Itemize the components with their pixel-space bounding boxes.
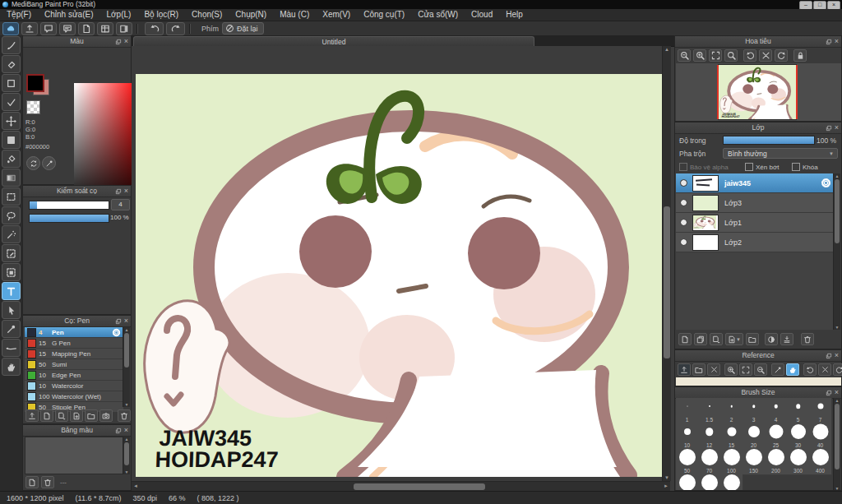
canvas-viewport[interactable]: [132, 46, 670, 481]
snap-tool[interactable]: [2, 93, 21, 111]
layer-visibility-icon[interactable]: [680, 219, 687, 226]
layer-row-lop1[interactable]: Lớp1: [676, 213, 835, 233]
merge-layer-button[interactable]: [780, 333, 793, 345]
operation-tool[interactable]: [2, 301, 21, 319]
select-eraser-tool[interactable]: [2, 263, 21, 281]
brush-row-mapping-pen[interactable]: 15Mapping Pen: [25, 349, 123, 359]
brush-size-option[interactable]: 400: [809, 449, 832, 475]
ref-cloud-open-button[interactable]: [678, 363, 691, 376]
layer-row-lop2[interactable]: Lớp2: [676, 233, 835, 252]
brush-row-sumi[interactable]: 50Sumi: [25, 359, 123, 370]
ref-reset-button[interactable]: [818, 363, 831, 376]
brush-size-option[interactable]: 40: [809, 423, 832, 450]
brush-row-pen[interactable]: 4Pen: [25, 327, 123, 338]
brush-row-watercolor-wet[interactable]: 100Watercolor (Wet): [25, 391, 123, 402]
menu-tools[interactable]: Công cụ(T): [357, 9, 411, 21]
cloud-sync-button[interactable]: [2, 22, 19, 35]
popout-icon[interactable]: [115, 188, 122, 195]
navigator-preview-area[interactable]: [676, 63, 841, 121]
layer-opacity-slider[interactable]: [723, 136, 815, 145]
layer-settings-gear-icon[interactable]: [821, 178, 831, 188]
canvas-vscrollbar[interactable]: ▲ ▼: [662, 46, 671, 481]
popout-icon[interactable]: [115, 428, 122, 434]
workspace-layout-button[interactable]: [97, 22, 113, 35]
popout-icon[interactable]: [826, 39, 832, 45]
ref-zoom-out-button[interactable]: [754, 363, 767, 376]
new-document-button[interactable]: [78, 22, 95, 35]
menu-capture[interactable]: Chụp(N): [229, 9, 273, 21]
shape-tool[interactable]: [2, 74, 21, 92]
magic-wand-tool[interactable]: [2, 225, 21, 243]
brush-size-option[interactable]: 4: [765, 398, 788, 424]
ref-zoom-in-button[interactable]: [724, 363, 738, 376]
brush-camera-button[interactable]: [99, 409, 113, 422]
brush-size-option[interactable]: 5: [787, 398, 810, 424]
layer-row-jaiw345[interactable]: jaiw345: [676, 173, 835, 193]
menu-help[interactable]: Help: [499, 9, 530, 21]
nav-rotate-right-button[interactable]: [775, 49, 788, 62]
eraser-tool[interactable]: [2, 55, 21, 73]
brush-cloud-upload-button[interactable]: [25, 409, 39, 422]
navigator-thumbnail[interactable]: [719, 65, 796, 119]
nav-zoom-in-button[interactable]: [693, 49, 706, 62]
brush-row-watercolor[interactable]: 10Watercolor: [25, 381, 123, 391]
add-layer-menu-button[interactable]: [710, 333, 723, 345]
brush-size-option[interactable]: 50: [676, 449, 699, 475]
layer-list-scrollbar[interactable]: ▲▼: [833, 173, 840, 330]
menu-window[interactable]: Cửa sổ(W): [411, 9, 465, 21]
brush-size-option[interactable]: 10: [676, 423, 699, 450]
brush-row-gpen[interactable]: 15G Pen: [25, 338, 123, 349]
close-panel-icon[interactable]: ×: [124, 427, 128, 434]
publish-button[interactable]: [21, 22, 38, 35]
close-panel-icon[interactable]: ×: [835, 352, 839, 359]
brush-size-option[interactable]: 30: [787, 423, 810, 450]
color-wheel-button[interactable]: [26, 156, 40, 170]
ref-open-file-button[interactable]: [692, 363, 706, 376]
comment-button[interactable]: [40, 22, 57, 35]
select-pen-tool[interactable]: [2, 244, 21, 262]
alpha-lock-checkbox[interactable]: Bảo vệ alpha: [679, 163, 729, 171]
menu-color[interactable]: Màu (C): [273, 9, 316, 21]
layer-transfer-button[interactable]: ▼: [725, 333, 743, 345]
layer-mask-button[interactable]: [765, 333, 778, 345]
brush-folder-button[interactable]: [85, 409, 98, 422]
brush-size-option[interactable]: 3: [743, 398, 766, 424]
layer-blend-select[interactable]: Bình thường ▼: [723, 148, 838, 159]
divide-tool[interactable]: [2, 339, 21, 357]
edit-brush-button[interactable]: [70, 409, 83, 422]
layer-row-lop3[interactable]: Lớp3: [676, 193, 835, 213]
brush-size-option[interactable]: 200: [765, 449, 788, 475]
eyedropper-tool[interactable]: [2, 320, 21, 338]
foreground-color-swatch[interactable]: [26, 74, 44, 92]
layer-visibility-icon[interactable]: [680, 238, 687, 246]
brush-size-option[interactable]: 1: [676, 398, 699, 424]
menu-cloud[interactable]: Cloud: [465, 9, 499, 21]
reset-keys-button[interactable]: Đặt lại: [222, 22, 264, 35]
redo-button[interactable]: [166, 22, 185, 35]
layer-visibility-icon[interactable]: [680, 179, 687, 187]
close-panel-icon[interactable]: ×: [835, 124, 839, 132]
menu-select[interactable]: Chọn(S): [185, 9, 229, 21]
text-tool[interactable]: [2, 282, 21, 300]
reference-image-strip[interactable]: [676, 377, 841, 386]
panel-layout-button[interactable]: [116, 22, 132, 35]
close-panel-icon[interactable]: ×: [835, 389, 839, 396]
brush-list-scrollbar[interactable]: ▲▼: [123, 327, 130, 407]
add-layer-button[interactable]: [678, 333, 692, 345]
nav-fit-window-button[interactable]: [709, 49, 722, 62]
nav-rotate-left-button[interactable]: [743, 49, 756, 62]
brush-size-option[interactable]: 70: [698, 449, 721, 475]
gradient-tool[interactable]: [2, 169, 21, 187]
menu-file[interactable]: Tệp(F): [0, 9, 38, 21]
brush-size-option[interactable]: 1000: [720, 474, 743, 491]
brush-size-option[interactable]: 25: [765, 423, 788, 450]
add-layer-folder-button[interactable]: [746, 333, 759, 345]
delete-layer-button[interactable]: [801, 333, 814, 345]
popout-icon[interactable]: [115, 318, 122, 325]
menu-edit[interactable]: Chỉnh sửa(E): [38, 9, 100, 21]
menu-layer[interactable]: Lớp(L): [100, 9, 138, 21]
brush-size-option[interactable]: 500: [676, 474, 699, 491]
ref-eyedropper-button[interactable]: [771, 363, 784, 376]
menu-filter[interactable]: Bộ lọc(R): [137, 9, 185, 21]
brush-size-option[interactable]: 1.5: [698, 398, 721, 424]
